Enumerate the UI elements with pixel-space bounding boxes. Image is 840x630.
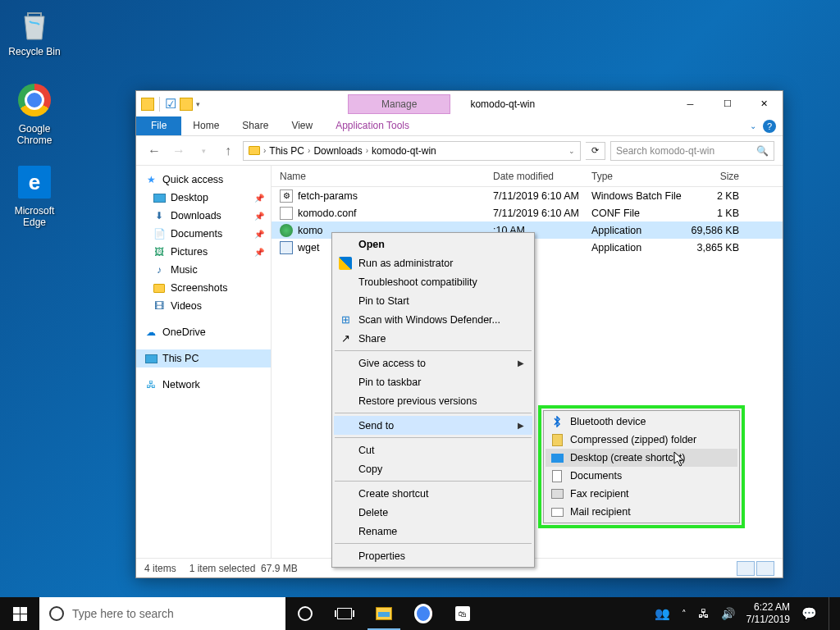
window-title: komodo-qt-win — [470, 98, 672, 110]
taskbar-store[interactable]: 🛍 — [443, 597, 482, 630]
maximize-button[interactable]: ☐ — [709, 92, 746, 116]
volume-icon[interactable]: 🔊 — [721, 607, 735, 620]
ctx-restore-versions[interactable]: Restore previous versions — [334, 391, 532, 410]
titlebar[interactable]: ☑ ▾ Manage komodo-qt-win ─ ☐ ✕ — [136, 91, 783, 116]
ctx-copy[interactable]: Copy — [334, 459, 532, 478]
cortana-button[interactable] — [285, 597, 325, 630]
clock-date: 7/11/2019 — [746, 614, 790, 626]
microphone-icon[interactable] — [264, 606, 276, 621]
chrome-desktop-icon[interactable]: Google Chrome — [3, 82, 66, 146]
taskbar-search-input[interactable]: Type here to search — [39, 597, 285, 630]
tab-view[interactable]: View — [280, 116, 324, 135]
col-type[interactable]: Type — [583, 171, 682, 182]
ctx-share[interactable]: ↗Share — [334, 329, 532, 348]
properties-qat-icon[interactable]: ☑ — [165, 96, 176, 112]
sendto-mail[interactable]: Mail recipient — [546, 503, 737, 521]
tray-expand-icon[interactable]: ˄ — [682, 609, 687, 619]
new-folder-qat-icon[interactable] — [180, 98, 193, 111]
breadcrumb-this-pc[interactable]: This PC — [269, 145, 304, 157]
edge-desktop-icon[interactable]: e Microsoft Edge — [3, 164, 66, 228]
ctx-send-to[interactable]: Send to▶ — [334, 416, 532, 435]
sendto-fax[interactable]: Fax recipient — [546, 485, 737, 503]
nav-downloads[interactable]: ⬇Downloads📌 — [136, 207, 271, 225]
nav-this-pc[interactable]: This PC — [136, 349, 271, 368]
sendto-documents[interactable]: Documents — [546, 467, 737, 485]
address-bar: ← → ▾ ↑ › This PC › Downloads › komodo-q… — [136, 136, 783, 166]
col-name[interactable]: Name — [272, 171, 485, 182]
search-input[interactable]: Search komodo-qt-win 🔍 — [610, 141, 774, 161]
nav-pictures[interactable]: 🖼Pictures📌 — [136, 243, 271, 261]
nav-screenshots[interactable]: Screenshots — [136, 279, 271, 297]
clock[interactable]: 6:22 AM 7/11/2019 — [746, 601, 790, 626]
taskbar-chrome[interactable] — [404, 597, 443, 630]
ctx-run-as-admin[interactable]: Run as administrator — [334, 253, 532, 272]
up-button[interactable]: ↑ — [218, 141, 238, 161]
taskbar-explorer[interactable] — [364, 597, 404, 630]
sendto-compressed[interactable]: Compressed (zipped) folder — [546, 431, 737, 449]
chevron-right-icon: ▶ — [518, 358, 524, 368]
view-details-button[interactable] — [737, 561, 755, 576]
ctx-rename[interactable]: Rename — [334, 522, 532, 541]
ctx-pin-to-start[interactable]: Pin to Start — [334, 291, 532, 310]
nav-videos[interactable]: 🎞Videos — [136, 297, 271, 315]
show-desktop-button[interactable] — [829, 597, 833, 630]
breadcrumb-current[interactable]: komodo-qt-win — [372, 145, 436, 157]
pin-icon: 📌 — [254, 194, 264, 203]
search-icon: 🔍 — [756, 145, 769, 157]
contextual-tab-manage[interactable]: Manage — [348, 94, 450, 114]
tab-application-tools[interactable]: Application Tools — [324, 116, 421, 135]
navigation-pane: ★Quick access Desktop📌 ⬇Downloads📌 📄Docu… — [136, 166, 272, 558]
ctx-open[interactable]: Open — [334, 235, 532, 253]
recent-dropdown-icon[interactable]: ▾ — [194, 141, 213, 161]
ctx-scan-defender[interactable]: ⊞Scan with Windows Defender... — [334, 310, 532, 329]
tab-home[interactable]: Home — [181, 116, 231, 135]
help-icon[interactable]: ? — [763, 120, 776, 133]
music-icon: ♪ — [153, 263, 166, 276]
breadcrumb[interactable]: › This PC › Downloads › komodo-qt-win ⌄ — [243, 141, 581, 161]
task-view-button[interactable] — [325, 597, 364, 630]
taskbar-search-placeholder: Type here to search — [72, 607, 174, 620]
nav-desktop[interactable]: Desktop📌 — [136, 189, 271, 207]
tab-share[interactable]: Share — [231, 116, 280, 135]
store-icon: 🛍 — [455, 606, 470, 621]
nav-quick-access[interactable]: ★Quick access — [136, 171, 271, 189]
close-button[interactable]: ✕ — [746, 92, 783, 116]
refresh-button[interactable]: ⟳ — [586, 142, 605, 160]
clock-time: 6:22 AM — [746, 601, 790, 614]
breadcrumb-downloads[interactable]: Downloads — [313, 145, 362, 157]
nav-music[interactable]: ♪Music — [136, 261, 271, 279]
col-size[interactable]: Size — [682, 171, 747, 182]
exe-icon — [280, 241, 293, 254]
view-large-icons-button[interactable] — [756, 561, 774, 576]
file-row-fetch-params[interactable]: ⚙fetch-params 7/11/2019 6:10 AM Windows … — [272, 187, 783, 204]
breadcrumb-dropdown-icon[interactable]: ⌄ — [568, 147, 575, 155]
column-headers[interactable]: Name Date modified Type Size — [272, 166, 783, 187]
send-to-submenu: Bluetooth device Compressed (zipped) fol… — [543, 410, 740, 523]
ctx-properties[interactable]: Properties — [334, 546, 532, 565]
ctx-pin-to-taskbar[interactable]: Pin to taskbar — [334, 372, 532, 391]
back-button[interactable]: ← — [144, 141, 164, 161]
col-date[interactable]: Date modified — [485, 171, 583, 182]
ctx-give-access[interactable]: Give access to▶ — [334, 354, 532, 372]
ctx-create-shortcut[interactable]: Create shortcut — [334, 484, 532, 503]
pc-icon — [144, 352, 158, 365]
qat-dropdown-icon[interactable]: ▾ — [196, 100, 200, 108]
tab-file[interactable]: File — [136, 116, 181, 135]
nav-network[interactable]: 🖧Network — [136, 376, 271, 394]
ctx-cut[interactable]: Cut — [334, 441, 532, 459]
nav-onedrive[interactable]: ☁OneDrive — [136, 323, 271, 341]
people-icon[interactable]: 👥 — [655, 606, 670, 621]
ctx-troubleshoot[interactable]: Troubleshoot compatibility — [334, 272, 532, 291]
sendto-desktop[interactable]: Desktop (create shortcut) — [546, 449, 737, 467]
ribbon-expand-icon[interactable]: ⌄ — [750, 121, 756, 130]
ctx-delete[interactable]: Delete — [334, 503, 532, 522]
recycle-bin-icon[interactable]: Recycle Bin — [3, 7, 66, 57]
minimize-button[interactable]: ─ — [672, 92, 709, 116]
nav-documents[interactable]: 📄Documents📌 — [136, 225, 271, 243]
notifications-icon[interactable]: 💬 — [801, 606, 817, 621]
sendto-bluetooth[interactable]: Bluetooth device — [546, 413, 737, 431]
file-row-komodo-conf[interactable]: komodo.conf 7/11/2019 6:10 AM CONF File … — [272, 204, 783, 221]
pictures-icon: 🖼 — [153, 245, 166, 258]
start-button[interactable] — [0, 597, 39, 630]
network-icon[interactable]: 🖧 — [698, 607, 710, 620]
